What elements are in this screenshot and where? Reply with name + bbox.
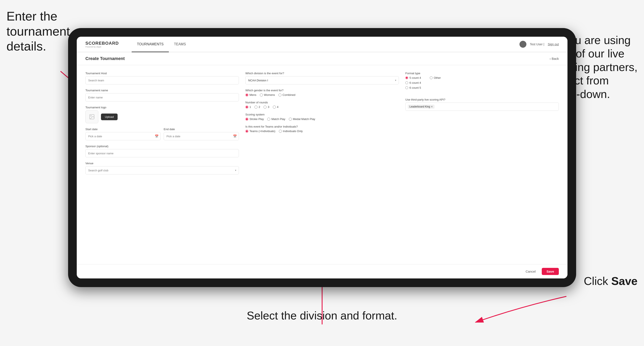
start-date-wrapper [86,132,160,140]
rounds-label: Number of rounds [245,101,399,104]
signout-link[interactable]: Sign out [548,42,559,46]
page-header: Create Tournament ‹ Back [77,52,568,65]
live-scoring-group: Use third-party live scoring API? Leader… [405,98,559,111]
scoring-match[interactable]: Match Play [267,117,285,121]
tournament-host-input[interactable] [86,76,239,84]
division-select-wrapper: NCAA Division I [245,76,399,84]
back-button[interactable]: ‹ Back [550,57,559,60]
format-5count4[interactable]: 5 count 4 [405,76,421,79]
annotation-bottom-right: Click Save [584,274,638,288]
round-1-radio[interactable] [245,106,248,109]
upload-button[interactable]: Upload [101,114,118,120]
scoring-medal[interactable]: Medal Match Play [289,117,315,121]
round-4-radio[interactable] [273,106,276,109]
venue-label: Venue [86,162,239,165]
gender-womens[interactable]: Womens [260,93,275,96]
format-row-1: 5 count 4 Other [405,76,559,79]
event-individuals[interactable]: Individuals Only [279,130,303,133]
division-group: Which division is the event for? NCAA Di… [245,72,399,84]
tournament-name-group: Tournament name [86,89,239,101]
tournament-name-label: Tournament name [86,89,239,92]
format-6count5-radio[interactable] [405,86,408,89]
tournament-host-label: Tournament Host [86,72,239,75]
start-date-label: Start date [86,128,160,131]
format-type-label: Format type [405,72,559,75]
avatar [520,41,526,48]
gender-combined[interactable]: Combined [278,93,295,96]
save-button[interactable]: Save [542,268,559,275]
form-col-1: Tournament Host Tournament name Tourname… [86,72,239,258]
start-date-input[interactable] [86,132,160,140]
sponsor-label: Sponsor (optional) [86,145,239,148]
image-icon [89,114,95,120]
scoring-stroke-radio[interactable] [245,118,248,121]
navbar: SCOREBOARD Powered by clippit TOURNAMENT… [77,37,568,52]
live-scoring-tag: Leaderboard King × [408,105,434,109]
navbar-user: Test User | [530,42,544,46]
event-type-label: Is this event for Teams and/or Individua… [245,125,399,128]
format-6count4-radio[interactable] [405,81,408,84]
nav-teams[interactable]: TEAMS [169,37,191,52]
form-col-2: Which division is the event for? NCAA Di… [245,72,399,258]
gender-combined-radio[interactable] [278,93,282,96]
navbar-nav: TOURNAMENTS TEAMS [132,37,520,52]
round-4[interactable]: 4 [273,105,278,109]
live-scoring-label: Use third-party live scoring API? [405,98,559,101]
gender-womens-radio[interactable] [260,93,263,96]
page-title: Create Tournament [86,56,125,61]
scoring-match-radio[interactable] [267,118,270,121]
format-row-2: 6 count 4 [405,81,559,84]
sponsor-input[interactable] [86,149,239,157]
format-6count4[interactable]: 6 count 4 [405,81,421,84]
nav-tournaments[interactable]: TOURNAMENTS [132,37,168,52]
round-2-radio[interactable] [254,106,258,109]
venue-input[interactable] [86,166,239,174]
rounds-radio-group: 1 2 3 4 [245,105,399,109]
format-row-3: 6 count 5 [405,86,559,89]
round-1[interactable]: 1 [245,105,251,109]
event-teams[interactable]: Teams (+Individuals) [245,130,276,133]
sponsor-group: Sponsor (optional) [86,145,239,157]
scoring-stroke[interactable]: Stroke Play [245,117,264,121]
logo-placeholder [86,110,98,123]
gender-mens[interactable]: Mens [245,93,256,96]
division-label: Which division is the event for? [245,72,399,75]
round-3-radio[interactable] [264,106,266,109]
format-other[interactable]: Other [430,76,441,79]
gender-radio-group: Mens Womens Combined [245,93,399,96]
form-footer: Cancel Save [77,264,568,278]
format-6count5[interactable]: 6 count 5 [405,86,421,89]
gender-label: Which gender is the event for? [245,89,399,92]
gender-mens-radio[interactable] [245,93,248,96]
svg-point-5 [90,116,92,116]
event-teams-radio[interactable] [245,130,248,133]
live-scoring-tag-wrapper: Leaderboard King × [405,103,559,111]
navbar-right: Test User | Sign out [520,41,559,48]
venue-group: Venue [86,162,239,174]
format-options: 5 count 4 Other 6 count 4 [405,76,559,89]
division-select[interactable]: NCAA Division I [245,76,399,84]
gender-group: Which gender is the event for? Mens Wome… [245,89,399,96]
round-2[interactable]: 2 [254,105,260,109]
navbar-brand: SCOREBOARD Powered by clippit [86,41,119,48]
tournament-name-input[interactable] [86,93,239,101]
form-columns: Tournament Host Tournament name Tourname… [77,65,568,264]
event-individuals-radio[interactable] [279,130,282,133]
rounds-group: Number of rounds 1 2 3 [245,101,399,109]
brand-sub: Powered by clippit [86,46,119,48]
end-date-group: End date [164,128,239,140]
annotation-top-left: Enter the tournament details. [6,9,70,54]
cancel-button[interactable]: Cancel [522,268,539,275]
annotation-bottom-center: Select the division and format. [247,309,397,322]
end-date-input[interactable] [164,132,239,140]
format-other-radio[interactable] [430,76,432,79]
logo-upload-area: Upload [86,110,239,123]
end-date-wrapper [164,132,239,140]
form-col-3: Format type 5 count 4 Other [405,72,559,258]
tournament-logo-group: Tournament logo Upload [86,106,239,123]
date-row: Start date End date [86,128,239,140]
round-3[interactable]: 3 [264,105,269,109]
tag-close-icon[interactable]: × [431,105,432,108]
scoring-medal-radio[interactable] [289,118,292,121]
format-5count4-radio[interactable] [405,76,408,79]
